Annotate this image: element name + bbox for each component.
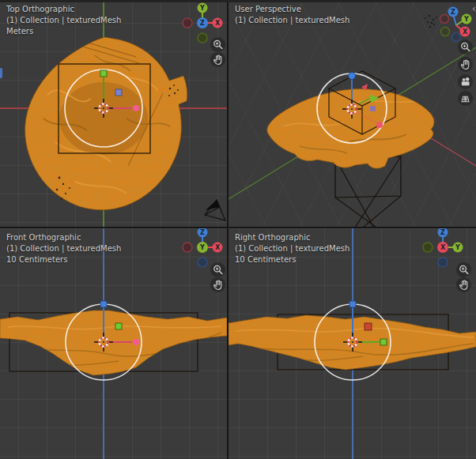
- plane-handle[interactable]: [370, 106, 376, 111]
- viewport-user-perspective[interactable]: User Perspective (1) Collection | textur…: [229, 0, 476, 227]
- sidebar-toggle-icon[interactable]: ‹: [472, 3, 476, 13]
- hand-icon: [459, 58, 471, 70]
- zoom-button[interactable]: [210, 37, 225, 52]
- z-handle[interactable]: [100, 301, 107, 307]
- pan-button[interactable]: [456, 277, 471, 292]
- svg-text:X: X: [463, 28, 468, 36]
- svg-text:Z: Z: [200, 229, 205, 236]
- textured-mesh-object[interactable]: [0, 307, 227, 380]
- x-handle[interactable]: [133, 105, 139, 111]
- axis-z-ball[interactable]: Z: [197, 17, 208, 28]
- viewport-front-orthographic[interactable]: Front Orthographic (1) Collection | text…: [0, 228, 227, 459]
- hand-icon: [212, 279, 224, 291]
- nav-gizmo[interactable]: Z Y X: [434, 2, 476, 46]
- x-handle[interactable]: [133, 339, 139, 345]
- svg-text:Z: Z: [440, 229, 445, 236]
- axis-y-ball[interactable]: Y: [197, 242, 208, 253]
- z-handle[interactable]: [349, 301, 356, 307]
- axis-minus-z-ball[interactable]: [452, 33, 461, 42]
- axis-minus-y-ball[interactable]: [441, 28, 450, 36]
- hand-icon: [458, 279, 470, 291]
- axis-minus-x-ball[interactable]: [183, 243, 192, 252]
- magnifier-icon: [212, 39, 224, 51]
- axis-z-ball[interactable]: Z: [198, 228, 208, 238]
- zoom-button[interactable]: [458, 40, 473, 55]
- blender-quad-view: Top Orthographic (1) Collection | textur…: [0, 0, 476, 459]
- pan-button[interactable]: [210, 52, 225, 67]
- axis-y-ball[interactable]: Y: [453, 243, 463, 253]
- pan-button[interactable]: [210, 277, 225, 292]
- magnifier-icon: [459, 41, 471, 53]
- axis-z-ball[interactable]: Z: [438, 228, 448, 238]
- axis-y-ball[interactable]: Y: [198, 3, 208, 13]
- axis-minus-y-ball[interactable]: [423, 243, 433, 252]
- axis-x-ball[interactable]: X: [437, 242, 448, 253]
- viewport-right-orthographic[interactable]: Right Orthographic (1) Collection | text…: [229, 228, 476, 459]
- hand-icon: [212, 54, 224, 66]
- grid-icon: [459, 92, 471, 104]
- camera-object[interactable]: [205, 200, 225, 220]
- axis-x-ball[interactable]: X: [213, 18, 223, 28]
- y-handle[interactable]: [115, 323, 122, 329]
- axis-x-ball[interactable]: X: [460, 27, 470, 37]
- magnifier-icon: [458, 264, 470, 276]
- toolbar-edge-indicator[interactable]: [0, 68, 2, 78]
- axis-minus-z-ball[interactable]: [438, 258, 448, 267]
- svg-text:X: X: [440, 244, 446, 251]
- axis-y-ball[interactable]: Y: [462, 14, 472, 24]
- axis-minus-x-ball[interactable]: [440, 15, 449, 24]
- svg-text:Y: Y: [199, 5, 205, 12]
- magnifier-icon: [212, 264, 224, 276]
- svg-text:Y: Y: [463, 16, 469, 23]
- svg-text:Z: Z: [200, 20, 205, 27]
- x-handle[interactable]: [376, 122, 383, 128]
- viewport-top-orthographic[interactable]: Top Orthographic (1) Collection | textur…: [0, 0, 227, 227]
- x-handle[interactable]: [365, 323, 372, 330]
- axis-minus-z-ball[interactable]: [198, 258, 207, 267]
- camera-view-button[interactable]: [458, 74, 473, 89]
- z-handle[interactable]: [349, 73, 356, 80]
- projection-toggle-button[interactable]: [458, 91, 473, 106]
- axis-minus-y-ball[interactable]: [198, 33, 207, 43]
- camera-icon: [459, 76, 471, 88]
- zoom-button[interactable]: [210, 262, 225, 277]
- axis-minus-x-ball[interactable]: [183, 18, 192, 28]
- svg-text:Y: Y: [199, 244, 205, 251]
- svg-text:Y: Y: [455, 244, 460, 251]
- textured-mesh-object[interactable]: [22, 34, 190, 213]
- svg-text:Z: Z: [451, 9, 455, 16]
- pan-button[interactable]: [458, 57, 473, 72]
- window-top-edge: [0, 0, 476, 2]
- svg-text:X: X: [215, 244, 221, 251]
- zoom-button[interactable]: [456, 262, 471, 277]
- y-handle[interactable]: [380, 339, 387, 345]
- axis-z-ball[interactable]: Z: [448, 7, 459, 17]
- axis-x-ball[interactable]: X: [213, 243, 223, 253]
- y-handle[interactable]: [100, 70, 107, 77]
- z-handle[interactable]: [115, 89, 122, 96]
- svg-text:X: X: [215, 20, 221, 27]
